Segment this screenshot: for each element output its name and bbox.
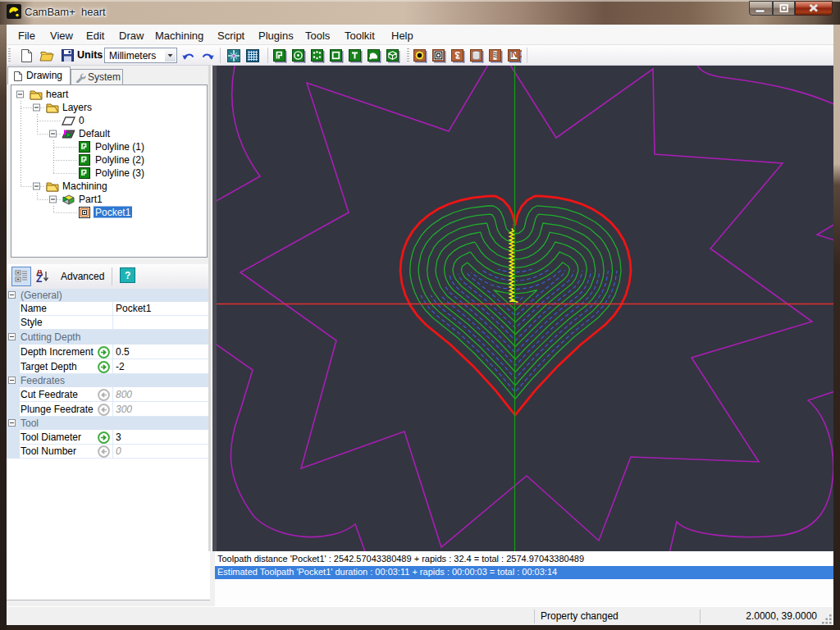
svg-text:Machining: Machining [62, 180, 107, 192]
svg-text:0: 0 [79, 115, 84, 126]
svg-text:NC: NC [511, 49, 522, 60]
svg-text:Pocket1: Pocket1 [95, 207, 131, 218]
svg-text:Default: Default [79, 128, 111, 139]
svg-text:Polyline (2): Polyline (2) [95, 154, 144, 166]
svg-text:Part1: Part1 [79, 194, 103, 205]
svg-text:Polyline (3): Polyline (3) [95, 167, 144, 179]
svg-text:heart: heart [46, 89, 69, 100]
svg-text:Layers: Layers [62, 102, 92, 113]
svg-text:Z: Z [36, 273, 42, 283]
svg-text:Polyline (1): Polyline (1) [95, 141, 144, 153]
